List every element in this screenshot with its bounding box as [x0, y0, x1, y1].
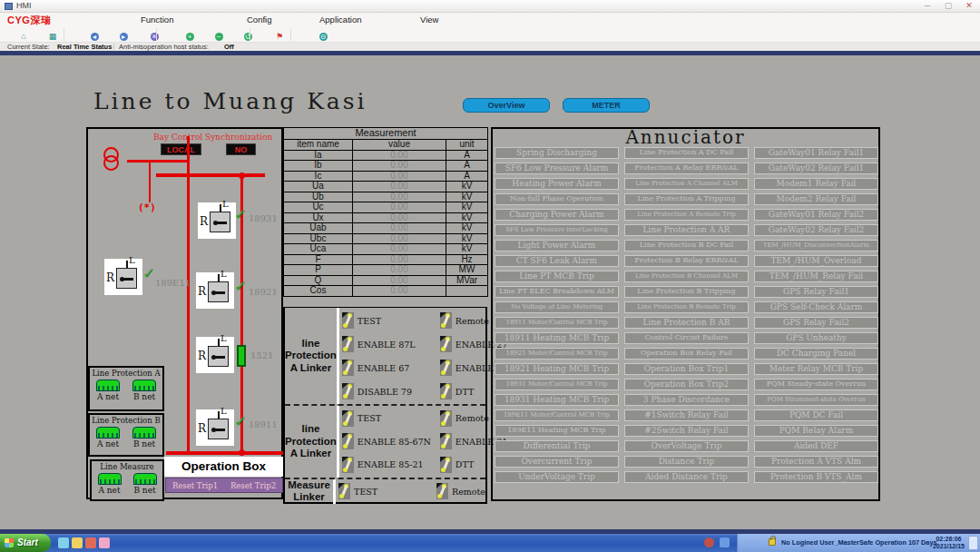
annunciator-tile[interactable]: DC Charging Panel: [754, 348, 878, 360]
annunciator-tile[interactable]: PQM DC Fail: [754, 409, 878, 421]
nav-button-meter[interactable]: METER: [563, 98, 650, 113]
linker-toggle-icon[interactable]: [342, 457, 354, 473]
annunciator-tile[interactable]: No Voltage at Line Metering: [495, 301, 619, 313]
annunciator-tile[interactable]: UnderVoltage Trip: [495, 471, 619, 483]
reset-button[interactable]: Reset Trip1: [172, 481, 218, 490]
tray-icon[interactable]: [704, 537, 714, 547]
annunciator-tile[interactable]: OverVoltage Trip: [624, 440, 749, 452]
annunciator-tile[interactable]: Operation Box Trip1: [624, 363, 749, 375]
annunciator-tile[interactable]: 18921 Moter/Control MCB Trip: [495, 348, 619, 360]
annunciator-tile[interactable]: 189E11 Heating MCB Trip: [495, 425, 619, 437]
annunciator-tile[interactable]: 18931 Moter/Control MCB Trip: [495, 379, 619, 390]
annunciator-tile[interactable]: Spring Discharging: [495, 147, 619, 159]
annunciator-tile[interactable]: Distance Trip: [624, 456, 749, 468]
linker-toggle-icon[interactable]: [440, 457, 452, 473]
quick-launch-icon[interactable]: [58, 537, 69, 548]
switch-18921[interactable]: LR: [196, 272, 234, 309]
maximize-icon[interactable]: ▢: [941, 1, 956, 11]
reset-button[interactable]: Reset Trip2: [230, 481, 276, 490]
annunciator-tile[interactable]: GateWay01 Relay Fail2: [754, 209, 878, 221]
annunciator-tile[interactable]: Aided DEF: [754, 440, 878, 452]
annunciator-tile[interactable]: Operation Box Trip2: [624, 379, 749, 390]
linker-toggle-icon[interactable]: [440, 312, 452, 329]
menu-item-application[interactable]: Application: [319, 15, 361, 25]
annunciator-tile[interactable]: Non-full Phase Operation: [495, 193, 619, 205]
annunciator-tile[interactable]: Line Protection B AR: [624, 317, 749, 329]
local-indicator[interactable]: LOCAL: [161, 143, 201, 155]
annunciator-tile[interactable]: GPS Self-Check Alarm: [754, 301, 878, 313]
switch-1521[interactable]: LR: [196, 337, 234, 373]
annunciator-tile[interactable]: 189E11 Moter/Control MCB Trip: [495, 409, 619, 421]
annunciator-tile[interactable]: Protection B VTS_Alm: [754, 471, 878, 483]
annunciator-tile[interactable]: Line PT MCB Trip: [495, 271, 619, 282]
annunciator-tile[interactable]: Charging Power Alarm: [495, 209, 619, 221]
annunciator-tile[interactable]: Line Protection A AR: [624, 224, 749, 236]
annunciator-tile[interactable]: PQM Steady-state Overrun: [754, 379, 878, 390]
menu-item-config[interactable]: Config: [247, 15, 271, 25]
annunciator-tile[interactable]: 18921 Heating MCB Trip: [495, 363, 619, 375]
annunciator-tile[interactable]: Modem2 Relay Fail: [754, 193, 878, 205]
annunciator-tile[interactable]: GPS Relay Fail2: [754, 317, 878, 329]
annunciator-tile[interactable]: SF6 Low Pressure Alarm: [495, 163, 619, 174]
annunciator-tile[interactable]: Line Protection A Channel ALM: [624, 178, 749, 190]
annunciator-tile[interactable]: Differential Trip: [495, 440, 619, 452]
annunciator-tile[interactable]: Line Protection B Channel ALM: [624, 271, 749, 282]
annunciator-tile[interactable]: 3 Phase Discordance: [624, 394, 749, 406]
annunciator-tile[interactable]: Heating Power Alarm: [495, 178, 619, 190]
linker-toggle-icon[interactable]: [342, 383, 354, 399]
annunciator-tile[interactable]: Protection A VTS Alm: [754, 456, 878, 468]
annunciator-tile[interactable]: Protection A Relay ERR&AL: [624, 163, 749, 174]
annunciator-tile[interactable]: Line Protection A Remote Trip: [624, 209, 749, 221]
linker-toggle-icon[interactable]: [440, 383, 452, 399]
switch-18931[interactable]: LR: [198, 202, 236, 239]
annunciator-tile[interactable]: GPS Unheathy: [754, 332, 878, 344]
annunciator-tile[interactable]: TEM_/HUM_Overload: [754, 255, 878, 267]
quick-launch-icon[interactable]: [85, 537, 96, 548]
linker-toggle-icon[interactable]: [440, 410, 452, 427]
annunciator-tile[interactable]: TEM_/HUM_DisconnectionAlarm: [754, 240, 878, 251]
annunciator-tile[interactable]: GateWay01 Relay Fail1: [754, 147, 878, 159]
nav-button-overview[interactable]: OverView: [463, 98, 550, 113]
annunciator-tile[interactable]: PQM Relay Alarm: [754, 425, 878, 437]
annunciator-tile[interactable]: Modem1 Relay Fail: [754, 178, 878, 190]
annunciator-tile[interactable]: SF6 Low Pressure interLocking: [495, 224, 619, 236]
annunciator-tile[interactable]: Aided Distance Trip: [624, 471, 749, 483]
menu-item-view[interactable]: View: [420, 15, 438, 25]
linker-toggle-icon[interactable]: [338, 483, 350, 499]
annunciator-tile[interactable]: 18911 Moter/Control MCB Trip: [495, 317, 619, 329]
annunciator-tile[interactable]: GateWay02 Relay Fail2: [754, 224, 878, 236]
annunciator-tile[interactable]: #1Switch Relay Fail: [624, 409, 749, 421]
linker-toggle-icon[interactable]: [440, 433, 452, 449]
close-icon[interactable]: ✕: [962, 1, 976, 11]
annunciator-tile[interactable]: PQM Stransient-state Overrun: [754, 394, 878, 406]
annunciator-tile[interactable]: Line Protection A Tripping: [624, 193, 749, 205]
tray-icon[interactable]: [720, 537, 730, 547]
minimize-icon[interactable]: ─: [920, 1, 935, 11]
linker-toggle-icon[interactable]: [440, 360, 452, 376]
annunciator-tile[interactable]: TEM_/HUM_Relay Fail: [754, 271, 878, 282]
linker-toggle-icon[interactable]: [342, 433, 354, 449]
annunciator-tile[interactable]: GateWay02 Relay Fail1: [754, 163, 878, 174]
annunciator-tile[interactable]: GPS Relay Fail1: [754, 286, 878, 298]
linker-toggle-icon[interactable]: [436, 483, 448, 499]
annunciator-tile[interactable]: Overcurrent Trip: [495, 456, 619, 468]
annunciator-tile[interactable]: Line Protection B DC Fail: [624, 240, 749, 251]
linker-toggle-icon[interactable]: [440, 336, 452, 352]
linker-toggle-icon[interactable]: [342, 360, 354, 376]
annunciator-tile[interactable]: Meter Relay MCB Trip: [754, 363, 878, 375]
taskbar-clock[interactable]: 02:26:06 2021/12/15: [933, 536, 965, 550]
annunciator-tile[interactable]: Light Power Alarm: [495, 240, 619, 251]
annunciator-tile[interactable]: Line PT ELEC Breakdown ALM: [495, 286, 619, 298]
show-desktop-button[interactable]: [968, 536, 978, 550]
quick-launch-icon[interactable]: [72, 537, 83, 548]
annunciator-tile[interactable]: #2Switch Relay Fail: [624, 425, 749, 437]
annunciator-tile[interactable]: Protection B Relay ERR&AL: [624, 255, 749, 267]
linker-toggle-icon[interactable]: [342, 312, 354, 329]
annunciator-tile[interactable]: Line Protection A DC Fail: [624, 147, 749, 159]
linker-toggle-icon[interactable]: [342, 336, 354, 352]
annunciator-tile[interactable]: CT SF6 Leak Alarm: [495, 255, 619, 267]
switch-189E11[interactable]: LR: [104, 259, 142, 295]
annunciator-tile[interactable]: 18911 Heating MCB Trip: [495, 332, 619, 344]
sync-no-indicator[interactable]: NO: [226, 143, 256, 155]
annunciator-tile[interactable]: 18931 Heating MCB Trip: [495, 394, 619, 406]
